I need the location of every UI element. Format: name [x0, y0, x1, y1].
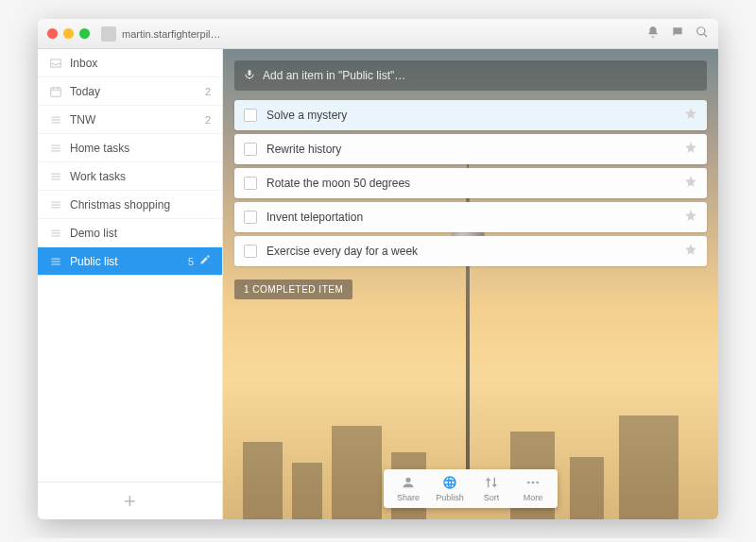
share-label: Share: [397, 493, 420, 502]
sidebar-item-public-list[interactable]: Public list5: [38, 247, 222, 276]
notifications-icon[interactable]: [646, 25, 660, 42]
star-icon[interactable]: [684, 209, 697, 226]
task-title: Rotate the moon 50 degrees: [266, 177, 684, 190]
task-checkbox[interactable]: [244, 245, 257, 258]
task-row[interactable]: Exercise every day for a week: [234, 236, 707, 266]
edit-list-icon[interactable]: [199, 254, 211, 268]
conversations-icon[interactable]: [671, 25, 684, 42]
sidebar-item-label: Work tasks: [70, 170, 205, 183]
sidebar: InboxToday2TNW2Home tasksWork tasksChris…: [38, 49, 223, 519]
sidebar-item-label: Inbox: [70, 57, 205, 70]
task-row[interactable]: Rewrite history: [234, 134, 707, 164]
task-checkbox[interactable]: [244, 211, 257, 224]
list-icon: [49, 255, 62, 268]
window-controls: [47, 28, 90, 39]
sort-button[interactable]: Sort: [471, 475, 512, 502]
star-icon[interactable]: [684, 107, 697, 124]
svg-point-23: [532, 482, 535, 484]
search-icon[interactable]: [696, 25, 709, 42]
task-checkbox[interactable]: [244, 109, 257, 122]
star-icon[interactable]: [684, 175, 697, 192]
bottom-toolbar: Share Publish Sort More: [384, 469, 558, 508]
sidebar-item-home-tasks[interactable]: Home tasks: [38, 134, 222, 162]
add-list-button[interactable]: +: [38, 482, 222, 519]
star-icon[interactable]: [684, 141, 697, 158]
svg-point-24: [536, 482, 539, 484]
list-icon: [49, 198, 62, 212]
task-row[interactable]: Solve a mystery: [234, 100, 707, 130]
sidebar-list: InboxToday2TNW2Home tasksWork tasksChris…: [38, 49, 222, 482]
list-icon: [49, 113, 62, 127]
sidebar-item-inbox[interactable]: Inbox: [38, 49, 222, 77]
sidebar-item-today[interactable]: Today2: [38, 77, 222, 106]
sidebar-item-demo-list[interactable]: Demo list: [38, 219, 222, 247]
sidebar-item-count: 2: [205, 86, 211, 97]
task-title: Invent teleportation: [266, 211, 684, 224]
add-item-input[interactable]: [263, 69, 697, 82]
sidebar-item-tnw[interactable]: TNW2: [38, 106, 222, 134]
star-icon[interactable]: [684, 243, 697, 260]
add-item-bar[interactable]: [234, 60, 707, 91]
publish-label: Publish: [436, 493, 464, 502]
close-window-button[interactable]: [47, 28, 58, 39]
sidebar-item-christmas-shopping[interactable]: Christmas shopping: [38, 191, 222, 219]
sidebar-item-label: Demo list: [70, 227, 205, 240]
sidebar-item-label: Today: [70, 85, 199, 98]
sidebar-item-label: Christmas shopping: [70, 198, 205, 212]
main-panel: Solve a mysteryRewrite historyRotate the…: [223, 49, 718, 519]
minimize-window-button[interactable]: [63, 28, 74, 39]
user-avatar[interactable]: [101, 26, 116, 42]
list-icon: [49, 142, 62, 155]
sidebar-item-count: 5: [188, 256, 194, 267]
task-title: Solve a mystery: [266, 109, 684, 122]
task-checkbox[interactable]: [244, 177, 257, 190]
app-window: martin.starfighterpil… InboxToday2TNW2Ho…: [38, 19, 718, 519]
username-label[interactable]: martin.starfighterpil…: [122, 28, 221, 40]
svg-rect-0: [51, 87, 61, 95]
more-button[interactable]: More: [512, 475, 554, 502]
sidebar-item-label: Public list: [70, 255, 182, 268]
sidebar-item-count: 2: [205, 114, 211, 126]
task-row[interactable]: Rotate the moon 50 degrees: [234, 168, 707, 198]
task-checkbox[interactable]: [244, 143, 257, 156]
publish-button[interactable]: Publish: [429, 475, 471, 502]
list-icon: [49, 170, 62, 183]
titlebar: martin.starfighterpil…: [38, 19, 718, 49]
inbox-icon: [49, 57, 62, 70]
task-row[interactable]: Invent teleportation: [234, 202, 707, 232]
more-label: More: [524, 493, 543, 502]
list-icon: [49, 227, 62, 240]
calendar-icon: [49, 85, 62, 98]
share-button[interactable]: Share: [387, 475, 429, 502]
task-title: Rewrite history: [266, 143, 684, 156]
task-title: Exercise every day for a week: [266, 245, 684, 258]
zoom-window-button[interactable]: [79, 28, 90, 39]
sidebar-item-work-tasks[interactable]: Work tasks: [38, 162, 222, 191]
svg-point-22: [527, 482, 530, 484]
sidebar-item-label: Home tasks: [70, 142, 205, 155]
microphone-icon[interactable]: [244, 67, 263, 84]
sort-label: Sort: [484, 493, 500, 502]
completed-items-button[interactable]: 1 COMPLETED ITEM: [234, 279, 352, 299]
sidebar-item-label: TNW: [70, 113, 199, 127]
